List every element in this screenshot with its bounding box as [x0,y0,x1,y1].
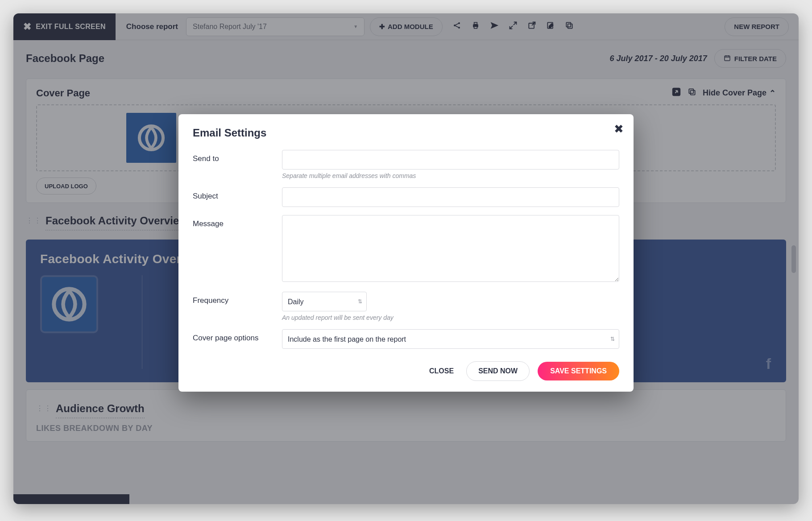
modal-title: Email Settings [193,127,619,139]
save-settings-button[interactable]: SAVE SETTINGS [538,362,619,380]
send-to-helper: Separate multiple email addresses with c… [282,172,619,179]
cover-options-select[interactable]: Include as the first page on the report [282,329,619,349]
modal-footer: CLOSE SEND NOW SAVE SETTINGS [193,361,619,381]
cover-options-label: Cover page options [193,329,282,349]
email-settings-modal: Email Settings ✖ Send to Separate multip… [178,114,634,392]
frequency-label: Frequency [193,292,282,321]
message-textarea[interactable] [282,215,619,282]
frequency-select[interactable]: Daily [282,292,367,311]
subject-input[interactable] [282,187,619,207]
send-to-input[interactable] [282,150,619,170]
send-to-label: Send to [193,150,282,179]
modal-close-button[interactable]: ✖ [614,122,624,136]
close-button[interactable]: CLOSE [425,362,458,380]
subject-label: Subject [193,187,282,207]
message-label: Message [193,215,282,284]
app-window: ✖ EXIT FULL SCREEN Choose report Stefano… [13,13,799,504]
frequency-helper: An updated report will be sent every day [282,314,619,321]
send-now-button[interactable]: SEND NOW [466,361,530,381]
